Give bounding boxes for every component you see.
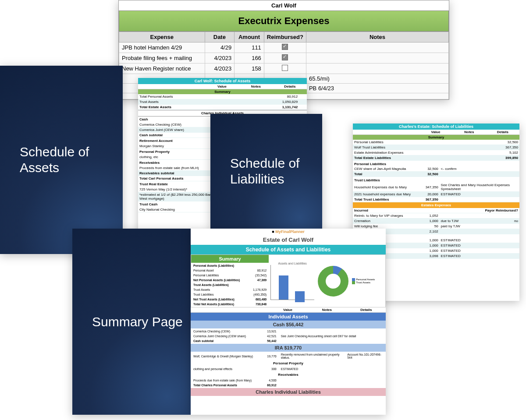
table-row: New Haven Register notice 4/2023 158 — [119, 64, 449, 74]
table-row: Probate filing fees + mailing 4/2023 166 — [119, 53, 449, 64]
owner-name: Carl Wolf — [119, 0, 449, 11]
checkbox-icon[interactable] — [282, 44, 288, 50]
donut-chart — [318, 266, 348, 296]
checkbox-icon[interactable] — [282, 54, 288, 60]
expenses-title: Executrix Expenses — [119, 11, 449, 32]
schedule-assets-slide: Schedule of Assets — [0, 66, 123, 254]
brand-logo: ■ MyFinalPlanner — [191, 229, 386, 235]
sheet-header: Charles's Estate: Schedule of Liabilitie… — [353, 124, 519, 130]
summary-page-slide: Summary Page — [72, 229, 191, 415]
sheet-header: Carl Wolf: Schedule of Assets — [138, 78, 307, 84]
slide-title: Schedule of Assets — [20, 144, 123, 176]
slide-title: Summary Page — [92, 314, 183, 330]
schedule-liabilities-slide: Schedule of Liabilities — [210, 114, 322, 229]
summary-sheet: ■ MyFinalPlanner Estate of Carl Wolf Sch… — [191, 229, 386, 415]
checkbox-icon[interactable] — [282, 65, 288, 71]
slide-title: Schedule of Liabilities — [230, 155, 322, 187]
bar-chart — [270, 265, 314, 300]
table-row: JPB hotel Hamden 4/29 4/29 111 — [119, 42, 449, 53]
